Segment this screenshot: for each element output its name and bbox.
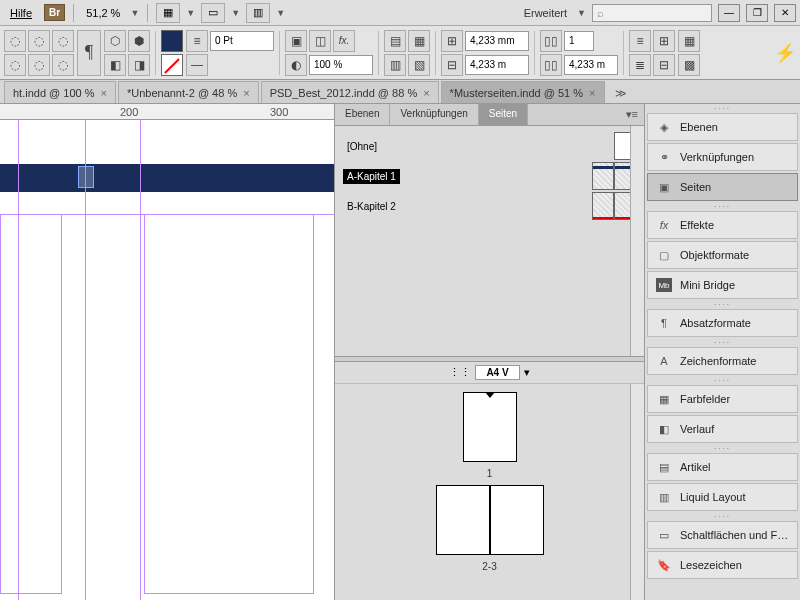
scrollbar[interactable] bbox=[630, 384, 644, 600]
dock-grip[interactable]: ···· bbox=[645, 300, 800, 308]
dock-grip[interactable]: ···· bbox=[645, 376, 800, 384]
master-row-a[interactable]: A-Kapitel 1 bbox=[343, 162, 636, 190]
align-icon[interactable]: ⊟ bbox=[653, 54, 675, 76]
dock-grip[interactable]: ···· bbox=[645, 202, 800, 210]
effects-icon[interactable]: ▣ bbox=[285, 30, 307, 52]
text-wrap-icon[interactable]: ▦ bbox=[408, 30, 430, 52]
align-icon[interactable]: ⊞ bbox=[653, 30, 675, 52]
rail-verlauf[interactable]: ◧Verlauf bbox=[647, 415, 798, 443]
pathfinder-icon[interactable]: ⬡ bbox=[104, 30, 126, 52]
tab-seiten[interactable]: Seiten bbox=[479, 104, 528, 125]
stroke-swatch[interactable] bbox=[161, 54, 183, 76]
fx-icon[interactable]: fx. bbox=[333, 30, 355, 52]
align-icon[interactable]: ≡ bbox=[629, 30, 651, 52]
rail-ebenen[interactable]: ◈Ebenen bbox=[647, 113, 798, 141]
close-icon[interactable]: × bbox=[243, 87, 249, 99]
arrange-docs-button[interactable]: ▥ bbox=[246, 3, 270, 23]
text-wrap-icon[interactable]: ▧ bbox=[408, 54, 430, 76]
paragraph-style-icon[interactable]: ¶ bbox=[77, 30, 101, 76]
document-canvas[interactable]: 200 300 bbox=[0, 104, 334, 600]
tool-icon[interactable]: ◌ bbox=[4, 54, 26, 76]
rail-zeichenformate[interactable]: AZeichenformate bbox=[647, 347, 798, 375]
quick-apply-icon[interactable]: ⚡ bbox=[774, 30, 796, 76]
fill-swatch[interactable] bbox=[161, 30, 183, 52]
minimize-button[interactable]: — bbox=[718, 4, 740, 22]
text-wrap-icon[interactable]: ▤ bbox=[384, 30, 406, 52]
chevron-down-icon[interactable]: ▼ bbox=[130, 8, 139, 18]
stroke-weight-field[interactable]: 0 Pt bbox=[210, 31, 274, 51]
rail-effekte[interactable]: fxEffekte bbox=[647, 211, 798, 239]
bridge-badge[interactable]: Br bbox=[44, 4, 65, 21]
master-row-b[interactable]: B-Kapitel 2 bbox=[343, 192, 636, 220]
tool-icon[interactable]: ◌ bbox=[28, 30, 50, 52]
scrollbar[interactable] bbox=[630, 126, 644, 356]
close-icon[interactable]: × bbox=[589, 87, 595, 99]
dock-grip[interactable]: ···· bbox=[645, 444, 800, 452]
rail-minibridge[interactable]: MbMini Bridge bbox=[647, 271, 798, 299]
columns-icon[interactable]: ▯▯ bbox=[540, 30, 562, 52]
pathfinder-icon[interactable]: ⬢ bbox=[128, 30, 150, 52]
workspace-switcher[interactable]: Erweitert bbox=[520, 7, 571, 19]
close-icon[interactable]: × bbox=[423, 87, 429, 99]
help-menu[interactable]: Hilfe bbox=[4, 7, 38, 19]
selection-handle[interactable] bbox=[78, 166, 94, 188]
close-button[interactable]: ✕ bbox=[774, 4, 796, 22]
rail-objektformate[interactable]: ▢Objektformate bbox=[647, 241, 798, 269]
misc-icon[interactable]: ▩ bbox=[678, 54, 700, 76]
page-size-value[interactable]: A4 V bbox=[475, 365, 519, 380]
close-icon[interactable]: × bbox=[101, 87, 107, 99]
page-thumb[interactable] bbox=[463, 392, 517, 462]
zoom-level[interactable]: 51,2 % bbox=[82, 7, 124, 19]
misc-icon[interactable]: ▦ bbox=[678, 30, 700, 52]
tab-overflow-button[interactable]: ≫ bbox=[607, 84, 635, 103]
search-input[interactable]: ⌕ bbox=[592, 4, 712, 22]
text-frame[interactable] bbox=[0, 214, 62, 594]
dock-grip[interactable]: ···· bbox=[645, 104, 800, 112]
pages-list[interactable]: 1 2-3 bbox=[335, 384, 644, 600]
view-options-button[interactable]: ▦ bbox=[156, 3, 180, 23]
document-tab[interactable]: *Unbenannt-2 @ 48 %× bbox=[118, 81, 259, 103]
rail-absatzformate[interactable]: ¶Absatzformate bbox=[647, 309, 798, 337]
tool-icon[interactable]: ◌ bbox=[52, 54, 74, 76]
pathfinder-icon[interactable]: ◨ bbox=[128, 54, 150, 76]
dock-grip[interactable]: ···· bbox=[645, 512, 800, 520]
effects-icon[interactable]: ◫ bbox=[309, 30, 331, 52]
chevron-down-icon[interactable]: ▾ bbox=[524, 366, 530, 379]
tool-icon[interactable]: ◌ bbox=[4, 30, 26, 52]
page-size-selector[interactable]: ⋮⋮ A4 V ▾ bbox=[335, 362, 644, 384]
pathfinder-icon[interactable]: ◧ bbox=[104, 54, 126, 76]
opacity-field[interactable]: 100 % bbox=[309, 55, 373, 75]
rail-farbfelder[interactable]: ▦Farbfelder bbox=[647, 385, 798, 413]
dock-grip[interactable]: ···· bbox=[645, 338, 800, 346]
gutter-field[interactable]: 4,233 m bbox=[564, 55, 618, 75]
rail-seiten[interactable]: ▣Seiten bbox=[647, 173, 798, 201]
rail-artikel[interactable]: ▤Artikel bbox=[647, 453, 798, 481]
tool-icon[interactable]: ◌ bbox=[28, 54, 50, 76]
chevron-down-icon[interactable]: ▼ bbox=[231, 8, 240, 18]
frame-fit-icon[interactable]: ⊞ bbox=[441, 30, 463, 52]
document-tab[interactable]: ht.indd @ 100 %× bbox=[4, 81, 116, 103]
colored-frame[interactable] bbox=[0, 164, 334, 192]
document-tab[interactable]: PSD_Best_2012.indd @ 88 %× bbox=[261, 81, 439, 103]
chevron-down-icon[interactable]: ▼ bbox=[577, 8, 586, 18]
rail-liquid-layout[interactable]: ▥Liquid Layout bbox=[647, 483, 798, 511]
rail-lesezeichen[interactable]: 🔖Lesezeichen bbox=[647, 551, 798, 579]
width-field[interactable]: 4,233 mm bbox=[465, 31, 529, 51]
guide-vertical[interactable] bbox=[85, 120, 86, 600]
spread-thumb[interactable] bbox=[436, 485, 544, 555]
document-tab[interactable]: *Musterseiten.indd @ 51 %× bbox=[441, 81, 605, 103]
panel-menu-button[interactable]: ▾≡ bbox=[620, 104, 644, 125]
columns-field[interactable]: 1 bbox=[564, 31, 594, 51]
tool-icon[interactable]: ◌ bbox=[52, 30, 74, 52]
rail-verknuepfungen[interactable]: ⚭Verknüpfungen bbox=[647, 143, 798, 171]
master-row-none[interactable]: [Ohne] bbox=[343, 132, 636, 160]
text-wrap-icon[interactable]: ▥ bbox=[384, 54, 406, 76]
page-thumb[interactable] bbox=[436, 485, 490, 555]
text-frame[interactable] bbox=[144, 214, 314, 594]
tab-verknuepfungen[interactable]: Verknüpfungen bbox=[390, 104, 478, 125]
height-field[interactable]: 4,233 m bbox=[465, 55, 529, 75]
chevron-down-icon[interactable]: ▼ bbox=[276, 8, 285, 18]
page-thumb[interactable] bbox=[490, 485, 544, 555]
columns-icon[interactable]: ▯▯ bbox=[540, 54, 562, 76]
screen-mode-button[interactable]: ▭ bbox=[201, 3, 225, 23]
